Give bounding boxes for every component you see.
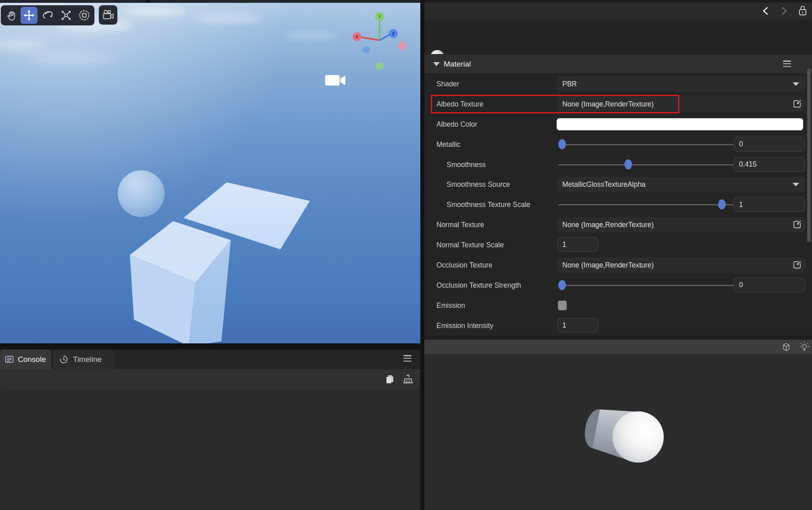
occlusion-texture-field[interactable]: None (Image,RenderTexture) xyxy=(557,257,806,273)
console-menu-button[interactable] xyxy=(403,355,411,363)
emission-checkbox[interactable] xyxy=(558,301,567,310)
property-label: Smoothness Texture Scale xyxy=(447,201,530,209)
gizmo-z-label: Z xyxy=(392,31,395,36)
slider-handle[interactable] xyxy=(718,199,726,209)
section-title: Material xyxy=(444,60,471,69)
slider-handle[interactable] xyxy=(558,139,566,149)
property-row-smoothness-texture-scale: Smoothness Texture Scale 1 xyxy=(424,194,812,215)
slider-track[interactable] xyxy=(558,164,746,165)
smoothness-texture-scale-value-field[interactable]: 1 xyxy=(733,197,805,212)
move-tool-button[interactable] xyxy=(21,7,38,24)
console-actions-bar xyxy=(0,369,420,389)
value-text: 1 xyxy=(562,321,566,329)
tab-timeline[interactable]: Timeline xyxy=(53,349,114,369)
mesh-cube-icon xyxy=(783,343,789,351)
value-text: 0 xyxy=(739,281,743,289)
inspector-scrollbar[interactable] xyxy=(807,69,811,242)
property-row-metallic: Metallic 0 xyxy=(424,134,812,155)
occlusion-strength-value-field[interactable]: 0 xyxy=(733,278,805,293)
copy-button[interactable] xyxy=(384,374,395,387)
tab-console[interactable]: Console xyxy=(0,349,51,369)
property-label: Normal Texture Scale xyxy=(436,241,504,249)
nav-forward-button[interactable] xyxy=(779,5,789,17)
preview-mesh-button[interactable] xyxy=(781,342,791,352)
chevron-left-icon xyxy=(764,8,767,14)
inspector-header xyxy=(424,2,812,19)
move-arrows-icon xyxy=(23,9,35,21)
timeline-clock-icon xyxy=(59,355,68,364)
slider-track[interactable] xyxy=(558,144,746,145)
tab-timeline-label: Timeline xyxy=(73,355,102,364)
asset-picker-icon[interactable] xyxy=(792,99,802,109)
slider-handle[interactable] xyxy=(624,159,632,169)
value-text: 1 xyxy=(562,240,566,249)
asset-picker-icon[interactable] xyxy=(792,260,802,270)
property-label: Normal Texture xyxy=(436,221,484,229)
nav-back-button[interactable] xyxy=(760,5,771,17)
dropdown-value: MetallicGlossTextureAlpha xyxy=(562,180,645,189)
camera-preview-button[interactable] xyxy=(99,5,117,25)
property-row-occlusion-texture: Occlusion Texture None (Image,RenderText… xyxy=(424,255,812,275)
emission-intensity-input[interactable]: 1 xyxy=(557,318,598,332)
property-label: Occlusion Texture xyxy=(436,261,493,269)
property-row-emission-intensity: Emission Intensity 1 xyxy=(424,316,812,336)
value-text: 0.415 xyxy=(739,160,757,169)
focus-frame-icon xyxy=(78,9,90,21)
section-expand-caret-icon[interactable] xyxy=(433,62,440,66)
value-text: 1 xyxy=(739,200,743,209)
tab-console-label: Console xyxy=(18,355,46,364)
property-label: Smoothness xyxy=(447,160,486,169)
rotate-orbit-icon xyxy=(42,9,54,21)
gizmo-neg-x-ball[interactable] xyxy=(399,42,407,50)
smoothness-source-dropdown[interactable]: MetallicGlossTextureAlpha xyxy=(557,177,806,192)
inspector-panel: myMaterial.lmat Material Shader PBR Albe… xyxy=(424,0,812,510)
dropdown-value: PBR xyxy=(562,80,577,88)
light-bulb-icon xyxy=(800,342,809,351)
property-row-shader: Shader PBR xyxy=(424,74,812,94)
preview-toolbar xyxy=(424,340,812,354)
property-label: Smoothness Source xyxy=(447,180,510,189)
material-preview-render xyxy=(424,354,812,510)
scene-camera-glyph[interactable] xyxy=(323,73,348,88)
property-row-normal-texture: Normal Texture None (Image,RenderTexture… xyxy=(424,215,812,235)
smoothness-value-field[interactable]: 0.415 xyxy=(733,157,805,172)
lock-inspector-button[interactable] xyxy=(797,4,809,18)
console-list-icon xyxy=(5,355,14,364)
console-panel: Console Timeline xyxy=(0,349,420,510)
pan-tool-button[interactable] xyxy=(2,7,19,24)
metallic-value-field[interactable]: 0 xyxy=(733,137,805,152)
scene-viewport[interactable]: Y X Z xyxy=(0,0,420,343)
gizmo-neg-y-ball[interactable] xyxy=(376,63,384,70)
clear-console-button[interactable] xyxy=(402,374,414,387)
rotate-tool-button[interactable] xyxy=(39,7,56,24)
section-menu-button[interactable] xyxy=(783,61,791,69)
material-preview-area[interactable] xyxy=(424,354,812,510)
asset-picker-icon[interactable] xyxy=(792,220,802,230)
slider-track[interactable] xyxy=(558,285,746,286)
console-tab-bar: Console Timeline xyxy=(0,349,420,369)
property-row-normal-texture-scale: Normal Texture Scale 1 xyxy=(424,235,812,255)
shader-dropdown[interactable]: PBR xyxy=(557,76,806,92)
gizmo-neg-z-ball[interactable] xyxy=(363,46,370,53)
preview-capsule xyxy=(580,401,668,467)
focus-tool-button[interactable] xyxy=(76,7,93,24)
albedo-color-swatch[interactable] xyxy=(557,118,803,130)
console-output-area[interactable] xyxy=(0,389,420,510)
value-text: 0 xyxy=(739,140,743,148)
scene-cube[interactable] xyxy=(130,221,231,343)
gizmo-x-label: X xyxy=(355,34,359,39)
slider-handle[interactable] xyxy=(558,280,566,290)
normal-texture-scale-input[interactable]: 1 xyxy=(557,237,598,252)
scale-tool-button[interactable] xyxy=(58,7,75,24)
highlight-box xyxy=(431,95,679,113)
preview-light-button[interactable] xyxy=(799,342,810,352)
viewport-top-strip xyxy=(0,0,420,3)
material-properties: Shader PBR Albedo Texture None (Image,Re… xyxy=(424,74,812,336)
material-section-header[interactable]: Material xyxy=(424,54,812,74)
property-label: Occlusion Texture Strength xyxy=(436,281,521,289)
property-label: Albedo Color xyxy=(436,120,477,128)
orientation-gizmo[interactable]: Y X Z xyxy=(346,9,415,77)
property-row-smoothness: Smoothness 0.415 xyxy=(424,155,812,175)
scene-sphere[interactable] xyxy=(118,170,165,217)
normal-texture-field[interactable]: None (Image,RenderTexture) xyxy=(557,217,806,232)
